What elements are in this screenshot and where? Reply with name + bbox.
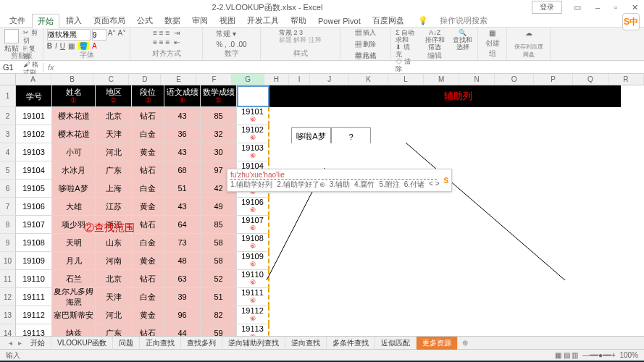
cell[interactable]: 19102: [16, 125, 52, 143]
cell[interactable]: 水冰月: [52, 161, 96, 180]
col-C[interactable]: C: [93, 74, 129, 85]
col-J[interactable]: J: [310, 74, 349, 85]
col-D[interactable]: D: [129, 74, 161, 85]
cell[interactable]: 樱木花道: [52, 125, 96, 143]
zoom-level[interactable]: 100%: [619, 351, 638, 359]
cell[interactable]: 项少羽: [52, 216, 96, 234]
cell[interactable]: 樱木花道: [52, 107, 96, 125]
cell[interactable]: 85: [201, 107, 237, 125]
cell[interactable]: 19111: [16, 288, 52, 306]
cell[interactable]: 43: [164, 107, 201, 125]
lookup-result-cell[interactable]: ?: [331, 127, 371, 144]
new-sheet-button[interactable]: ⊕: [458, 339, 472, 347]
cell[interactable]: 山东: [96, 234, 132, 252]
cell[interactable]: 32: [201, 125, 237, 143]
cell[interactable]: 钻石: [132, 107, 164, 125]
cell[interactable]: 19106⑥: [237, 198, 269, 216]
cell[interactable]: 河北: [96, 306, 132, 324]
insert-cells-button[interactable]: ▦ 插入: [355, 29, 377, 36]
cell[interactable]: 北京: [96, 107, 132, 125]
underline-button[interactable]: U: [60, 42, 65, 50]
cell[interactable]: 天津: [96, 125, 132, 143]
cell[interactable]: 石兰: [52, 270, 96, 288]
col-L[interactable]: L: [388, 74, 424, 85]
cell[interactable]: 大雄: [52, 198, 96, 216]
cell[interactable]: 黄金: [132, 198, 164, 216]
login-button[interactable]: 登录: [532, 1, 562, 14]
restore-button[interactable]: ▫: [611, 3, 620, 12]
cell[interactable]: 19106: [16, 198, 52, 216]
col-M[interactable]: M: [424, 74, 459, 85]
cell[interactable]: 19108: [16, 234, 52, 252]
cell[interactable]: 19112: [16, 306, 52, 324]
sheet-tab[interactable]: 开始: [25, 337, 51, 350]
cell[interactable]: 钻石: [132, 161, 164, 180]
cell[interactable]: 广东: [96, 324, 132, 336]
cell[interactable]: 96: [164, 306, 201, 324]
cell[interactable]: 钻石: [132, 270, 164, 288]
cell[interactable]: 82: [201, 306, 237, 324]
tab-data[interactable]: 数据: [159, 14, 185, 28]
ime-cand-4[interactable]: 4.腐竹: [354, 180, 375, 190]
tab-formulas[interactable]: 公式: [132, 14, 158, 28]
cell[interactable]: 48: [164, 252, 201, 270]
bold-button[interactable]: B: [47, 42, 52, 50]
cell[interactable]: 塞巴斯蒂安: [52, 306, 96, 324]
ime-cand-2[interactable]: 2.辅助学好了⊕: [277, 180, 325, 190]
cell[interactable]: 39: [164, 288, 201, 306]
sheet-tab[interactable]: 逆向辅助列查找: [222, 337, 285, 350]
cell[interactable]: 51: [201, 288, 237, 306]
paste-button[interactable]: 粘贴: [4, 29, 19, 54]
fill-color-button[interactable]: 🪣: [78, 42, 89, 50]
cell[interactable]: 黄金: [132, 252, 164, 270]
cell[interactable]: 43: [164, 198, 201, 216]
cell[interactable]: 19111⑥: [237, 288, 269, 306]
col-Q[interactable]: Q: [573, 74, 609, 85]
col-B[interactable]: B: [51, 74, 94, 85]
cell[interactable]: 白金: [132, 180, 164, 198]
sheet-nav-prev[interactable]: ◂: [6, 339, 15, 347]
select-all-corner[interactable]: [0, 74, 16, 85]
fill-button[interactable]: ⬇ 填充: [396, 43, 416, 58]
cell[interactable]: 73: [164, 234, 201, 252]
cell[interactable]: 白金: [132, 234, 164, 252]
sheet-tab[interactable]: 问题: [113, 337, 140, 350]
cell[interactable]: 68: [164, 161, 201, 180]
col-F[interactable]: F: [196, 74, 232, 85]
view-normal-icon[interactable]: ▦: [555, 351, 561, 359]
ime-candidate-bar[interactable]: fu'zhu'xue'hao'lie 1.辅助学好列 2.辅助学好了⊕ 3.辅助…: [227, 169, 452, 192]
cell[interactable]: 19103⑥: [237, 143, 269, 161]
cell[interactable]: 19113⑥: [237, 324, 269, 336]
col-K[interactable]: K: [349, 74, 388, 85]
find-select-button[interactable]: 🔍查找和选择: [452, 29, 473, 51]
border-button[interactable]: ▦: [68, 42, 75, 50]
cell[interactable]: 19107⑥: [237, 216, 269, 234]
tab-layout[interactable]: 页面布局: [88, 14, 130, 28]
tab-baidu[interactable]: 百度网盘: [367, 14, 409, 28]
cell[interactable]: 19109⑥: [237, 252, 269, 270]
create-group-button[interactable]: ▦: [489, 29, 495, 38]
col-G[interactable]: G: [232, 74, 264, 85]
fx-icon[interactable]: fx: [43, 63, 59, 72]
tab-file[interactable]: 文件: [4, 14, 30, 28]
cell[interactable]: 19107: [16, 216, 52, 234]
cell[interactable]: 19110⑥: [237, 270, 269, 288]
cell[interactable]: 19103: [16, 143, 52, 161]
lookup-name-cell[interactable]: 哆啦A梦: [291, 127, 331, 144]
cell[interactable]: 河南: [96, 252, 132, 270]
tab-home[interactable]: 开始: [32, 14, 59, 28]
delete-cells-button[interactable]: ▦ 删除: [355, 41, 377, 48]
cell[interactable]: 钻石: [132, 216, 164, 234]
cut-button[interactable]: ✂ 剪切: [23, 29, 38, 45]
cell[interactable]: 51: [164, 180, 201, 198]
cell[interactable]: 59: [201, 324, 237, 336]
col-H[interactable]: H: [264, 74, 289, 85]
cell[interactable]: 44: [164, 324, 201, 336]
sheet-tab[interactable]: 多条件查找: [327, 337, 375, 350]
sort-filter-button[interactable]: A↓Z排序和筛选: [425, 29, 446, 51]
cell[interactable]: 钻石: [132, 324, 164, 336]
ime-cand-3[interactable]: 3.辅助: [330, 180, 350, 190]
clear-button[interactable]: ◇ 清除: [396, 58, 416, 72]
font-size-select[interactable]: [92, 29, 106, 41]
cell[interactable]: 58: [201, 252, 237, 270]
